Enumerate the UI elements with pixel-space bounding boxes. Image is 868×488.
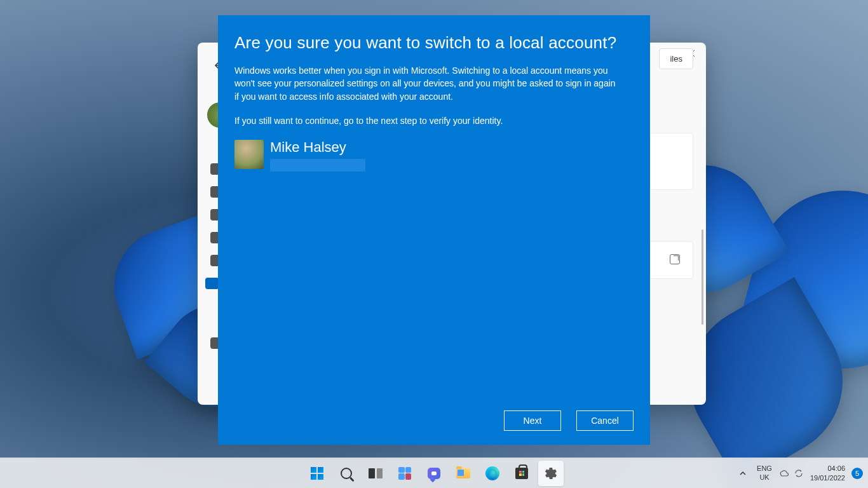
dialog-title: Are you sure you want to switch to a loc… (234, 33, 634, 53)
widgets-button[interactable] (392, 461, 417, 486)
chat-button[interactable] (421, 461, 447, 486)
external-link-icon (670, 254, 680, 264)
store-icon (515, 468, 528, 479)
tray-overflow-button[interactable] (735, 466, 750, 481)
notification-badge[interactable]: 5 (851, 468, 863, 479)
user-avatar (234, 140, 264, 169)
scrollbar[interactable] (702, 229, 703, 325)
profiles-button[interactable]: iles (659, 48, 693, 69)
taskbar: ENG UK 04:06 19/01/2022 5 (0, 458, 868, 488)
task-view-button[interactable] (363, 461, 388, 486)
store-button[interactable] (509, 461, 534, 486)
taskbar-center (304, 461, 564, 486)
start-button[interactable] (304, 461, 330, 486)
dialog-continue-text: If you still want to continue, go to the… (234, 114, 619, 127)
sync-icon (794, 468, 804, 478)
next-button[interactable]: Next (504, 410, 561, 431)
user-info-row: Mike Halsey (234, 140, 634, 172)
file-explorer-button[interactable] (451, 461, 476, 486)
switch-account-dialog: Are you sure you want to switch to a loc… (218, 15, 650, 445)
clock[interactable]: 04:06 19/01/2022 (810, 464, 845, 482)
cancel-button[interactable]: Cancel (576, 410, 634, 431)
settings-taskbar-button[interactable] (538, 461, 564, 486)
gear-icon (544, 466, 558, 480)
folder-icon (456, 468, 470, 478)
search-button[interactable] (334, 461, 359, 486)
search-icon (341, 468, 352, 479)
edge-icon (485, 466, 499, 480)
edge-button[interactable] (480, 461, 505, 486)
user-display-name: Mike Halsey (270, 140, 365, 155)
chat-icon (428, 468, 440, 479)
task-view-icon (369, 468, 383, 478)
system-tray-icons[interactable] (778, 468, 804, 478)
language-indicator[interactable]: ENG UK (757, 464, 772, 481)
onedrive-icon (778, 468, 789, 478)
taskbar-tray: ENG UK 04:06 19/01/2022 5 (735, 458, 863, 488)
widgets-icon (398, 467, 411, 480)
user-email-redacted (270, 159, 365, 172)
sidebar-item-active[interactable] (205, 278, 219, 289)
dialog-body: Windows works better when you sign in wi… (234, 64, 619, 103)
